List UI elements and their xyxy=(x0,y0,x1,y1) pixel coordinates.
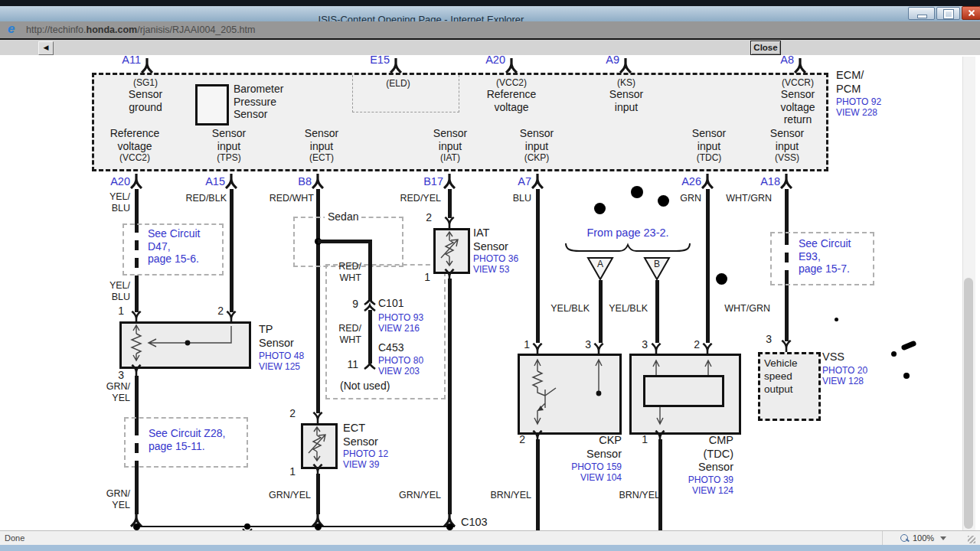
ect-view-link[interactable]: VIEW 39 xyxy=(343,459,379,470)
junction-dot xyxy=(133,523,140,530)
wire-grn-yel xyxy=(448,279,452,514)
iat-thermistor-symbol xyxy=(436,230,463,267)
ecm-pin-e15: E15 xyxy=(356,54,390,66)
maximize-button[interactable] xyxy=(936,7,960,20)
wire-wht-grn xyxy=(785,189,789,235)
vss-photo-link[interactable]: PHOTO 20 xyxy=(822,365,867,376)
iat-photo-link[interactable]: PHOTO 36 xyxy=(473,253,518,264)
minimize-button[interactable] xyxy=(908,7,935,20)
tp-view-link[interactable]: VIEW 125 xyxy=(259,361,300,372)
ks-label: (KS) Sensor input xyxy=(588,77,665,113)
pin-connector-icon xyxy=(389,58,403,73)
wire-yel-blu xyxy=(135,276,139,312)
c101-photo-link[interactable]: PHOTO 93 xyxy=(378,312,423,323)
close-window-button[interactable] xyxy=(962,6,980,20)
c101-pin-9: 9 xyxy=(343,298,358,310)
ecm-out-tdc: Sensor input (TDC) xyxy=(667,127,751,163)
cmp-pin-1: 1 xyxy=(632,433,648,445)
vss-view-link[interactable]: VIEW 128 xyxy=(822,376,864,386)
brace xyxy=(564,243,691,253)
cmp-pin-2: 2 xyxy=(684,338,700,350)
wire-color-label: GRN/ YEL xyxy=(96,488,130,511)
window-frame-bottom xyxy=(0,545,980,551)
wire-color-label: WHT/GRN xyxy=(723,303,770,315)
zoom-level[interactable]: 100% xyxy=(913,533,934,543)
wire-color-label: YEL/BLK xyxy=(603,303,648,315)
wire-color-label: BRN/YEL xyxy=(473,490,531,501)
ckp-photo-link[interactable]: PHOTO 159 xyxy=(545,461,622,472)
vcc2-top-label: (VCC2) Reference voltage xyxy=(473,77,550,113)
vss-pin-3: 3 xyxy=(756,333,772,345)
ckp-view-link[interactable]: VIEW 104 xyxy=(545,472,622,483)
wire-blu xyxy=(536,189,540,343)
back-button[interactable]: ◀ xyxy=(38,41,54,55)
ie-icon: e xyxy=(8,23,21,36)
pin-connector-icon xyxy=(531,174,544,189)
ecm-title: ECM/ PCM xyxy=(836,69,864,96)
vss-label: VSS xyxy=(822,350,844,364)
window-frame-top xyxy=(0,0,980,6)
see-circuit-z28: See Circuit Z28, page 15-11. xyxy=(149,427,225,452)
ecm-pin-a8: A8 xyxy=(766,54,794,66)
toolbar xyxy=(0,40,980,55)
branch-wire xyxy=(318,240,371,243)
url-text[interactable]: http://techinfo.honda.com/rjanisis/RJAAI… xyxy=(26,24,255,35)
triangle-b-label: B xyxy=(643,259,671,269)
c103-label: C103 xyxy=(461,516,488,530)
sg1-label: (SG1) Sensor ground xyxy=(107,77,184,113)
vss-box-label: Vehicle speed output xyxy=(764,357,798,396)
pin-connector-icon xyxy=(779,174,793,189)
pin-connector-icon xyxy=(129,364,143,377)
wire-grn-yel xyxy=(135,461,139,514)
wire-yel-blu xyxy=(135,189,139,223)
ecm-photo-link[interactable]: PHOTO 92 xyxy=(836,96,881,107)
pin-a18: A18 xyxy=(746,175,780,187)
ie-window: { "window": { "title": "ISIS-Content Ope… xyxy=(0,0,980,551)
pin-connector-icon xyxy=(311,412,325,424)
wire-color-label: RED/ WHT xyxy=(329,261,361,284)
wire-grn xyxy=(706,189,710,343)
tp-photo-link[interactable]: PHOTO 48 xyxy=(259,350,304,361)
ect-pin-2: 2 xyxy=(280,407,296,419)
maximize-icon xyxy=(944,10,953,18)
pin-connector-icon xyxy=(311,174,325,189)
ect-pin-1: 1 xyxy=(280,465,296,478)
resize-grip xyxy=(968,536,975,543)
c453-pin-11: 11 xyxy=(338,358,358,370)
eld-label: (ELD) xyxy=(360,78,436,89)
not-used-label: (Not used) xyxy=(340,380,390,393)
wire-color-label: WHT/GRN xyxy=(721,193,772,204)
c453-photo-link[interactable]: PHOTO 80 xyxy=(378,355,423,366)
artifact-dot xyxy=(594,203,606,214)
tp-pin-3: 3 xyxy=(109,369,124,381)
cmp-view-link[interactable]: VIEW 124 xyxy=(657,485,733,496)
pin-connector-icon xyxy=(779,340,793,352)
wire-yel-blk-a xyxy=(599,280,603,343)
cmp-pin-3: 3 xyxy=(632,338,648,350)
cmp-photo-link[interactable]: PHOTO 39 xyxy=(657,474,733,485)
c101-view-link[interactable]: VIEW 216 xyxy=(378,323,420,334)
artifact-dot xyxy=(835,318,838,321)
ecm-out-vcc2: Reference voltage (VCC2) xyxy=(93,127,177,163)
pin-b17: B17 xyxy=(410,175,443,187)
branch-wire-red-wht xyxy=(368,240,372,301)
iat-view-link[interactable]: VIEW 53 xyxy=(473,264,509,275)
barometer-label: Barometer Pressure Sensor xyxy=(234,83,283,121)
ckp-pin-2: 2 xyxy=(510,433,525,445)
c453-label: C453 xyxy=(378,341,403,354)
scrollbar-thumb[interactable] xyxy=(964,278,973,529)
zoom-caret-icon[interactable] xyxy=(940,536,946,540)
ect-photo-link[interactable]: PHOTO 12 xyxy=(343,448,388,459)
ecm-view-link[interactable]: VIEW 228 xyxy=(836,107,877,118)
artifact-mark xyxy=(900,341,916,351)
wire-color-label: YEL/ BLU xyxy=(96,191,130,214)
ecm-pin-a9: A9 xyxy=(592,54,619,66)
ecm-out-vss: Sensor input (VSS) xyxy=(745,127,829,163)
pin-connector-icon xyxy=(701,174,714,189)
artifact-dot xyxy=(891,351,897,357)
ckp-symbol xyxy=(520,356,615,428)
pin-a15: A15 xyxy=(191,175,225,187)
c453-view-link[interactable]: VIEW 203 xyxy=(378,366,420,377)
ckp-sensor-label: CKP Sensor xyxy=(545,434,622,461)
ecm-out-iat: Sensor input (IAT) xyxy=(408,127,492,163)
